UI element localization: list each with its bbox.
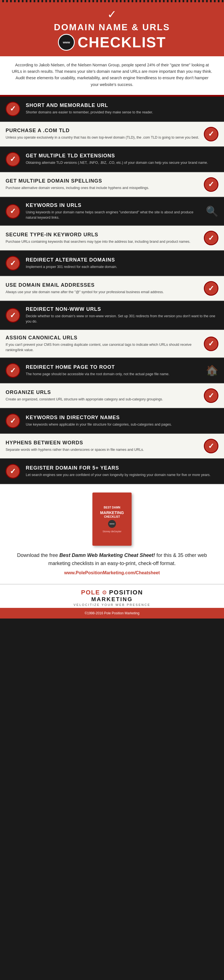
checklist-item-10: ASSIGN CANONICAL URLS If you can't preve… — [0, 330, 224, 358]
item-title-14: HYPHENS BETWEEN WORDS — [6, 440, 200, 446]
item-title-10: ASSIGN CANONICAL URLS — [6, 335, 200, 341]
header-checkmark-icon: ✓ — [11, 8, 213, 21]
logo-pole: POLE — [81, 589, 100, 596]
item-desc-11: The home page should be accessible via t… — [26, 372, 203, 377]
book-desc-prefix: Download the free — [17, 552, 59, 558]
item-content-7: REDIRECT ALTERNATE DOMAINS Implement a p… — [26, 257, 218, 270]
item-desc-8: Always use your site domain name after t… — [6, 290, 200, 295]
logo-gear-icon: ⚙ — [102, 589, 107, 596]
item-title-8: USE DOMAIN EMAIL ADDRESSES — [6, 282, 200, 288]
check-circle-4: ✓ — [204, 177, 218, 192]
item-desc-14: Separate words with hyphens rather than … — [6, 447, 200, 452]
check-circle-6: ✓ — [204, 231, 218, 245]
check-circle-3: ✓ — [6, 152, 20, 167]
item-title-9: REDIRECT NON-WWW URLS — [26, 306, 218, 312]
item-content-5: KEYWORDS IN URLS Using keywords in your … — [26, 202, 203, 220]
www-badge: www — [58, 34, 75, 51]
checklist-item-11: ✓ REDIRECT HOME PAGE TO ROOT The home pa… — [0, 358, 224, 383]
item-desc-2: Unless you operate exclusively in a coun… — [6, 135, 200, 140]
logo-marketing: MARKETING — [11, 596, 213, 603]
check-circle-1: ✓ — [6, 102, 20, 116]
checklist-item-2: PURCHASE A .COM TLD Unless you operate e… — [0, 122, 224, 147]
item-content-14: HYPHENS BETWEEN WORDS Separate words wit… — [6, 440, 200, 452]
item-content-12: ORGANIZE URLS Create an organized, consi… — [6, 390, 200, 402]
item-desc-7: Implement a proper 301 redirect for each… — [26, 264, 218, 270]
checklist-item-14: HYPHENS BETWEEN WORDS Separate words wit… — [0, 434, 224, 459]
item-content-11: REDIRECT HOME PAGE TO ROOT The home page… — [26, 364, 203, 377]
item-desc-1: Shorter domains are easier to remember, … — [26, 110, 218, 115]
checklist-container: ✓ SHORT AND MEMORABLE URL Shorter domain… — [0, 97, 224, 484]
checklist-item-13: ✓ KEYWORDS IN DIRECTORY NAMES Use keywor… — [0, 409, 224, 434]
header: ✓ DOMAIN NAME & URLS www CHECKLIST Accor… — [0, 2, 224, 97]
header-top-title: DOMAIN NAME & URLS — [11, 22, 213, 32]
checklist-item-8: USE DOMAIN EMAIL ADDRESSES Always use yo… — [0, 276, 224, 301]
book-desc-em: Best Damn Web Marketing Cheat Sheet! — [59, 552, 155, 558]
book-www-badge: www — [108, 520, 116, 528]
item-title-1: SHORT AND MEMORABLE URL — [26, 102, 218, 108]
check-circle-11: ✓ — [6, 363, 20, 378]
book-title-line1: BEST DAMN — [103, 506, 120, 509]
checklist-item-12: ORGANIZE URLS Create an organized, consi… — [0, 383, 224, 409]
checklist-item-5: ✓ KEYWORDS IN URLS Using keywords in you… — [0, 197, 224, 226]
logo-tagline: VELOCITIZE YOUR WEB PRESENCE — [11, 603, 213, 606]
checklist-item-9: ✓ REDIRECT NON-WWW URLS Decide whether t… — [0, 301, 224, 330]
item-title-2: PURCHASE A .COM TLD — [6, 128, 200, 134]
item-desc-10: If you can't prevent your CMS from creat… — [6, 342, 200, 353]
item-content-8: USE DOMAIN EMAIL ADDRESSES Always use yo… — [6, 282, 200, 295]
item-desc-4: Purchase alternative domain versions, in… — [6, 185, 200, 191]
item-desc-5: Using keywords in your domain name helps… — [26, 210, 203, 220]
item-title-4: GET MULTIPLE DOMAIN SPELLINGS — [6, 178, 200, 184]
checklist-item-4: GET MULTIPLE DOMAIN SPELLINGS Purchase a… — [0, 172, 224, 197]
item-desc-12: Create an organized, consistent URL stru… — [6, 397, 200, 402]
book-cover: BEST DAMN MARKETING CHECKLIST www Stoney… — [92, 493, 132, 546]
item-content-13: KEYWORDS IN DIRECTORY NAMES Use keywords… — [26, 415, 218, 427]
checklist-item-15: ✓ REGISTER DOMAIN FOR 5+ YEARS Let searc… — [0, 459, 224, 484]
checklist-item-3: ✓ GET MULTIPLE TLD EXTENSIONS Obtaining … — [0, 147, 224, 172]
logo-position: POSITION — [109, 589, 143, 596]
check-circle-2: ✓ — [204, 127, 218, 142]
check-circle-10: ✓ — [204, 337, 218, 351]
item-content-15: REGISTER DOMAIN FOR 5+ YEARS Let search … — [26, 465, 218, 478]
check-circle-14: ✓ — [204, 439, 218, 453]
top-border — [0, 0, 224, 2]
footer-logo: POLE ⚙ POSITION MARKETING VELOCITIZE YOU… — [0, 584, 224, 608]
item-content-6: SECURE TYPE-IN KEYWORD URLS Purchase URL… — [6, 232, 200, 245]
item-desc-13: Use keywords where applicable in your fi… — [26, 422, 218, 427]
item-content-1: SHORT AND MEMORABLE URL Shorter domains … — [26, 102, 218, 115]
book-url[interactable]: www.PolePositionMarketing.com/Cheatsheet — [17, 570, 207, 575]
check-circle-8: ✓ — [204, 281, 218, 296]
item-title-12: ORGANIZE URLS — [6, 390, 200, 395]
item-desc-3: Obtaining alternate TLD versions (.NET, … — [26, 160, 218, 165]
checklist-item-6: SECURE TYPE-IN KEYWORD URLS Purchase URL… — [0, 226, 224, 251]
checklist-item-1: ✓ SHORT AND MEMORABLE URL Shorter domain… — [0, 97, 224, 122]
check-circle-9: ✓ — [6, 308, 20, 323]
header-main-title: CHECKLIST — [78, 35, 166, 49]
item-title-3: GET MULTIPLE TLD EXTENSIONS — [26, 153, 218, 159]
header-description: According to Jakob Nielsen, of the Niels… — [0, 56, 224, 95]
item-title-13: KEYWORDS IN DIRECTORY NAMES — [26, 415, 218, 420]
item-desc-6: Purchase URLs containing keywords that s… — [6, 239, 200, 245]
item-title-6: SECURE TYPE-IN KEYWORD URLS — [6, 232, 200, 238]
item-title-15: REGISTER DOMAIN FOR 5+ YEARS — [26, 465, 218, 471]
check-circle-12: ✓ — [204, 388, 218, 403]
item-title-7: REDIRECT ALTERNATE DOMAINS — [26, 257, 218, 263]
checklist-item-7: ✓ REDIRECT ALTERNATE DOMAINS Implement a… — [0, 251, 224, 276]
book-description: Download the free Best Damn Web Marketin… — [17, 551, 207, 568]
item-desc-9: Decide whether to use domain's www or no… — [26, 313, 218, 324]
item-icon-11: 🏠 — [206, 364, 218, 376]
check-circle-13: ✓ — [6, 414, 20, 428]
item-content-3: GET MULTIPLE TLD EXTENSIONS Obtaining al… — [26, 153, 218, 165]
item-content-10: ASSIGN CANONICAL URLS If you can't preve… — [6, 335, 200, 353]
book-title-line2: MARKETING — [100, 511, 124, 515]
item-icon-5: 🔍 — [206, 205, 218, 217]
item-desc-15: Let search engines see you are confident… — [26, 473, 218, 478]
item-content-9: REDIRECT NON-WWW URLS Decide whether to … — [26, 306, 218, 324]
item-title-5: KEYWORDS IN URLS — [26, 202, 203, 208]
check-circle-15: ✓ — [6, 464, 20, 479]
book-author: Stoney deGeyter — [102, 530, 122, 533]
check-circle-7: ✓ — [6, 256, 20, 270]
item-title-11: REDIRECT HOME PAGE TO ROOT — [26, 364, 203, 370]
footer-copyright: ©1998-2016 Pole Position Marketing — [0, 608, 224, 619]
item-content-2: PURCHASE A .COM TLD Unless you operate e… — [6, 128, 200, 140]
check-circle-5: ✓ — [6, 204, 20, 219]
